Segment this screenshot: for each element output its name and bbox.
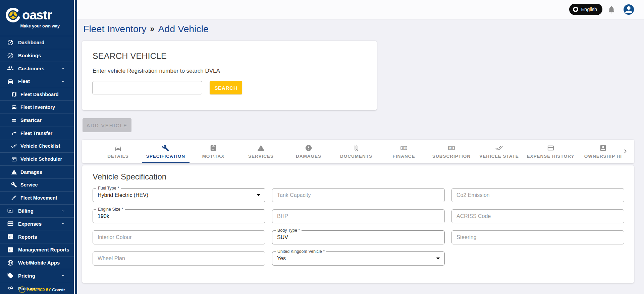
tab-documents[interactable]: DOCUMENTS: [332, 140, 380, 163]
uk-vehicle-label: United Kingdom Vehicle *: [276, 249, 326, 254]
sidebar-item-customers[interactable]: Customers: [0, 62, 74, 75]
tab-finance[interactable]: FINANCE: [380, 140, 428, 163]
sidebar-item-management-reports[interactable]: Management Reports: [0, 243, 74, 256]
warning-icon: [11, 169, 17, 175]
interior-colour-input[interactable]: [93, 230, 265, 244]
clipboard-icon: [210, 144, 217, 152]
powered-by-text: POWERED BY: [27, 288, 51, 292]
co2-emission-input[interactable]: [451, 188, 624, 202]
body-type-label: Body Type *: [276, 228, 302, 233]
sidebar-item-fleet[interactable]: Fleet: [0, 75, 74, 88]
registration-number-input[interactable]: [92, 81, 202, 94]
tank-capacity-input[interactable]: [272, 188, 445, 202]
tabs-scroll-right[interactable]: [619, 140, 631, 163]
tab-label: SPECIFICATION: [146, 154, 185, 159]
globe-ring-icon: [573, 7, 578, 12]
globe-icon: [7, 260, 14, 266]
tab-label: EXPENSE HISTORY: [527, 154, 575, 159]
breadcrumb: Fleet Inventory » Add Vehicle: [83, 23, 209, 34]
uk-vehicle-select[interactable]: United Kingdom Vehicle * Yes: [272, 251, 445, 266]
breadcrumb-fleet-inventory[interactable]: Fleet Inventory: [83, 23, 147, 34]
sidebar-scrollbar[interactable]: [75, 0, 77, 294]
tag-icon: [7, 272, 14, 279]
sidebar: oastr Make your own way Dashboard Bookin…: [0, 0, 74, 294]
person-icon: [624, 4, 634, 15]
body-type-input[interactable]: Body Type * SUV: [272, 230, 445, 244]
logo-tagline: Make your own way: [5, 24, 74, 28]
fuel-type-value: Hybrid Electric (HEV): [98, 192, 148, 198]
user-avatar[interactable]: [624, 4, 634, 15]
grid-spacer: [451, 251, 624, 266]
sidebar-item-label: Billing: [18, 208, 34, 214]
sidebar-item-label: Damages: [20, 169, 42, 175]
breadcrumb-separator: »: [150, 24, 155, 33]
bhp-input[interactable]: [272, 209, 445, 223]
chevron-down-icon: [61, 273, 65, 278]
tab-expense-history[interactable]: EXPENSE HISTORY: [523, 140, 578, 163]
sidebar-item-label: Fleet: [18, 78, 30, 84]
sidebar-item-vehicle-checklist[interactable]: Vehicle Checklist: [0, 140, 74, 153]
sidebar-item-fleet-movement[interactable]: Fleet Movement: [0, 191, 74, 204]
sidebar-item-damages[interactable]: Damages: [0, 165, 74, 178]
tab-details[interactable]: DETAILS: [94, 140, 142, 163]
sidebar-item-label: Expenses: [18, 221, 42, 227]
steering-input[interactable]: [451, 230, 624, 244]
sidebar-item-fleet-transfer[interactable]: Fleet Transfer: [0, 127, 74, 140]
sidebar-item-label: Web/Mobile Apps: [18, 260, 60, 266]
sidebar-item-smartcar[interactable]: Smartcar: [0, 114, 74, 127]
chevron-down-icon: [61, 66, 65, 71]
banknote-icon: [7, 208, 14, 214]
double-check-icon: [495, 144, 503, 152]
coastr-logo[interactable]: oastr Make your own way: [0, 0, 74, 28]
fuel-type-select[interactable]: Fuel Type * Hybrid Electric (HEV): [93, 188, 265, 202]
car-icon: [114, 144, 122, 152]
sidebar-item-label: Fleet Dashboard: [20, 92, 59, 97]
topbar: English: [77, 0, 644, 19]
bars-icon: [11, 117, 17, 123]
engine-size-input[interactable]: Engine Size * 190k: [93, 209, 265, 223]
person-badge-icon: [599, 144, 607, 152]
road-icon: [11, 195, 17, 201]
paperclip-icon: [353, 144, 360, 152]
sidebar-item-label: Pricing: [18, 273, 35, 279]
tab-mot-tax[interactable]: MOT\TAX: [190, 140, 237, 163]
sidebar-item-billing[interactable]: Billing: [0, 204, 74, 217]
sidebar-item-fleet-dashboard[interactable]: Fleet Dashboard: [0, 88, 74, 101]
dropdown-caret-icon: [257, 194, 260, 196]
language-selector[interactable]: English: [569, 4, 602, 15]
tab-specification[interactable]: SPECIFICATION: [142, 140, 190, 163]
sidebar-item-service[interactable]: Service: [0, 178, 74, 192]
breadcrumb-add-vehicle: Add Vehicle: [158, 23, 209, 34]
sidebar-item-label: Management Reports: [18, 247, 69, 252]
sidebar-item-reports[interactable]: Reports: [0, 230, 74, 243]
search-vehicle-card: SEARCH VEHICLE Enter vehicle Registratio…: [82, 41, 377, 110]
tab-services[interactable]: SERVICES: [237, 140, 285, 163]
tab-damages[interactable]: DAMAGES: [285, 140, 332, 163]
tab-label: SERVICES: [248, 154, 274, 159]
tab-vehicle-state[interactable]: VEHICLE STATE: [475, 140, 523, 163]
add-vehicle-button[interactable]: ADD VEHICLE: [83, 118, 131, 132]
sidebar-item-web-mobile-apps[interactable]: Web/Mobile Apps: [0, 256, 74, 269]
acriss-code-input[interactable]: [451, 209, 624, 223]
tab-label: FINANCE: [393, 154, 415, 159]
sidebar-item-fleet-inventory[interactable]: Fleet Inventory: [0, 100, 74, 114]
sidebar-item-expenses[interactable]: Expenses: [0, 217, 74, 230]
sidebar-item-vehicle-scheduler[interactable]: Vehicle Scheduler: [0, 152, 74, 165]
car-icon: [11, 104, 17, 110]
wheel-plan-input[interactable]: [93, 251, 265, 266]
powered-by-badge: POWERED BY Coastr: [19, 286, 65, 293]
banknote-100-icon: [400, 144, 408, 152]
sidebar-item-label: Vehicle Scheduler: [20, 156, 62, 162]
search-button[interactable]: SEARCH: [210, 81, 242, 94]
check-circle-icon: [7, 52, 14, 59]
sidebar-item-dashboard[interactable]: Dashboard: [0, 36, 74, 49]
search-card-title: SEARCH VEHICLE: [93, 51, 167, 61]
map-icon: [11, 91, 17, 97]
logo-text: oastr: [22, 8, 52, 22]
sidebar-item-pricing[interactable]: Pricing: [0, 269, 74, 282]
credit-card-icon: [7, 220, 14, 227]
sidebar-item-label: Customers: [18, 66, 44, 71]
notifications-bell-icon[interactable]: [607, 5, 616, 14]
tab-subscription[interactable]: SUBSCRIPTION: [428, 140, 475, 163]
sidebar-item-bookings[interactable]: Bookings: [0, 49, 74, 62]
